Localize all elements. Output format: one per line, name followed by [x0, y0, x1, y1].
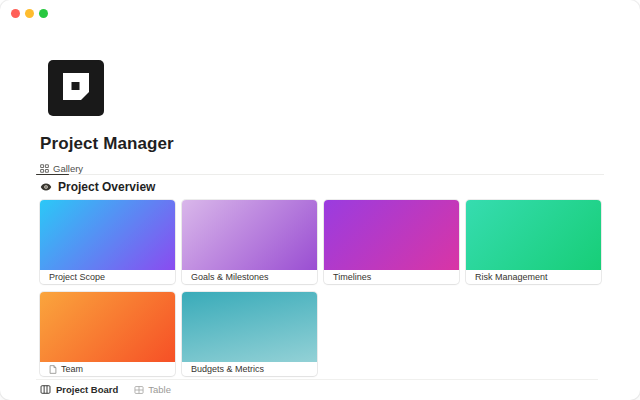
- window-controls: [11, 9, 48, 18]
- card-cover: [182, 200, 317, 270]
- card-cover: [182, 292, 317, 362]
- card-title: Goals & Milestones: [191, 272, 269, 282]
- card-title: Risk Management: [475, 272, 548, 282]
- document-glyph-icon: [62, 73, 90, 101]
- minimize-window-button[interactable]: [25, 9, 34, 18]
- card-cover: [324, 200, 459, 270]
- section-divider: [36, 379, 598, 380]
- card-title: Timelines: [333, 272, 371, 282]
- card-project-scope[interactable]: Project Scope: [40, 200, 175, 284]
- page-logo-icon[interactable]: [48, 60, 104, 116]
- app-window: Project Manager Gallery Pr: [0, 0, 640, 400]
- card-timelines[interactable]: Timelines: [324, 200, 459, 284]
- tab-gallery-label: Gallery: [53, 163, 83, 174]
- tab-table-label: Table: [148, 384, 171, 395]
- card-title: Project Scope: [49, 272, 105, 282]
- close-window-button[interactable]: [11, 9, 20, 18]
- card-cover: [40, 200, 175, 270]
- overview-section-title: Project Overview: [58, 180, 155, 194]
- card-risk-management[interactable]: Risk Management: [466, 200, 601, 284]
- card-title: Budgets & Metrics: [191, 364, 264, 374]
- eye-icon: [40, 181, 52, 193]
- page-icon: [49, 365, 57, 374]
- gallery-icon: [40, 164, 49, 173]
- board-section-title[interactable]: Project Board: [56, 384, 118, 395]
- card-title: Team: [61, 364, 83, 374]
- board-section-header: Project Board Table: [40, 384, 171, 395]
- card-goals-milestones[interactable]: Goals & Milestones: [182, 200, 317, 284]
- zoom-window-button[interactable]: [39, 9, 48, 18]
- tab-table[interactable]: Table: [134, 384, 171, 395]
- card-cover: [466, 200, 601, 270]
- card-budgets-metrics[interactable]: Budgets & Metrics: [182, 292, 317, 376]
- table-icon: [134, 385, 144, 395]
- gallery-grid: Project Scope Goals & Milestones Timelin…: [40, 200, 600, 376]
- view-tabbar: Gallery: [36, 159, 604, 175]
- card-cover: [40, 292, 175, 362]
- board-icon: [40, 384, 51, 395]
- overview-section-header[interactable]: Project Overview: [40, 180, 155, 194]
- card-team[interactable]: Team: [40, 292, 175, 376]
- tabbar-divider: [36, 174, 604, 175]
- page-title: Project Manager: [40, 134, 174, 154]
